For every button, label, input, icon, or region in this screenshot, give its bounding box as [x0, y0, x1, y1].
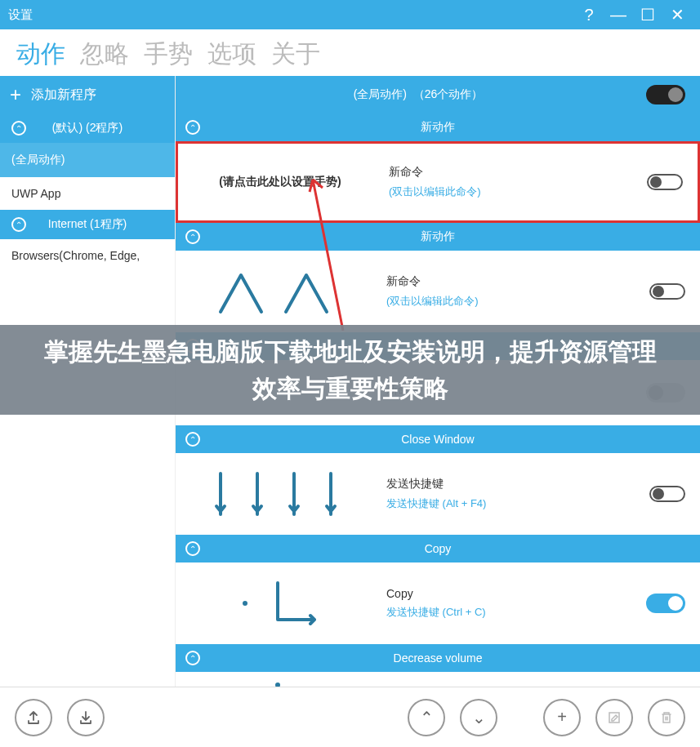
gesture-preview[interactable] — [176, 263, 380, 320]
action-toggle[interactable] — [649, 486, 685, 502]
tab-actions[interactable]: 动作 — [16, 38, 65, 71]
move-up-button[interactable]: ⌃ — [408, 699, 445, 736]
sidebar-item-uwp[interactable]: UWP App — [0, 177, 175, 210]
scope-label: (全局动作) — [354, 87, 407, 100]
action-row[interactable]: 发送快捷键 发送快捷键 (Alt + F4) — [176, 453, 700, 535]
export-button[interactable] — [15, 699, 52, 736]
maximize-icon[interactable]: ☐ — [633, 5, 662, 24]
chevron-up-icon: ⌃ — [185, 229, 200, 244]
action-title: 发送快捷键 — [386, 477, 649, 491]
action-group-label: Decrease volume — [394, 651, 483, 665]
internet-group-header[interactable]: ⌃ Internet (1程序) — [0, 210, 175, 239]
edit-button[interactable] — [595, 699, 633, 736]
chevron-up-icon: ⌃ — [11, 121, 26, 136]
action-row[interactable]: (请点击此处以设置手势) 新命令 (双击以编辑此命令) — [176, 141, 700, 223]
action-row[interactable]: Copy 发送快捷键 (Ctrl + C) — [176, 562, 700, 644]
action-group-label: 新动作 — [421, 229, 455, 244]
action-toggle[interactable] — [647, 174, 683, 190]
move-down-button[interactable]: ⌄ — [460, 699, 497, 736]
internet-group-label: Internet (1程序) — [48, 217, 127, 232]
tab-ignore[interactable]: 忽略 — [80, 38, 129, 71]
action-toggle[interactable] — [649, 283, 685, 300]
action-row[interactable]: 新命令 (双击以编辑此命令) — [176, 251, 700, 332]
action-group-header[interactable]: ⌃Copy — [176, 535, 700, 562]
action-subtitle[interactable]: (双击以编辑此命令) — [386, 294, 649, 309]
chevron-up-icon: ⌃ — [185, 541, 200, 556]
tab-about[interactable]: 关于 — [271, 38, 320, 71]
action-group-header[interactable]: ⌃新动作 — [176, 113, 700, 141]
action-row[interactable] — [176, 672, 700, 687]
add-button[interactable]: + — [543, 699, 581, 736]
overlay-banner: 掌握先生墨急电脑版下载地址及安装说明，提升资源管理效率与重要性策略 — [0, 325, 700, 415]
close-icon[interactable]: ✕ — [662, 5, 692, 24]
svg-point-0 — [243, 601, 247, 606]
add-program-button[interactable]: + 添加新程序 — [0, 76, 175, 113]
chevron-up-icon: ⌃ — [185, 651, 200, 665]
action-group-label: 新动作 — [421, 120, 455, 135]
add-program-label: 添加新程序 — [31, 87, 96, 104]
action-subtitle[interactable]: (双击以编辑此命令) — [389, 185, 647, 199]
tab-gestures[interactable]: 手势 — [144, 38, 193, 71]
action-group-label: Close Window — [401, 433, 474, 446]
default-group-header[interactable]: ⌃ (默认) (2程序) — [0, 113, 175, 143]
gesture-preview[interactable] — [176, 465, 380, 522]
minimize-icon[interactable]: — — [604, 6, 633, 24]
action-group-header[interactable]: ⌃Close Window — [176, 425, 700, 453]
bottom-toolbar: ⌃ ⌄ + — [0, 687, 700, 747]
global-toggle[interactable] — [646, 85, 685, 104]
action-group-header[interactable]: ⌃Decrease volume — [176, 644, 700, 672]
action-toggle[interactable] — [646, 594, 685, 613]
action-title: 新命令 — [386, 274, 649, 289]
help-icon[interactable]: ? — [574, 6, 604, 24]
count-label: （26个动作） — [413, 87, 484, 100]
delete-button[interactable] — [648, 699, 685, 736]
action-group-label: Copy — [425, 542, 452, 555]
action-group-header[interactable]: ⌃新动作 — [176, 223, 700, 251]
gesture-placeholder[interactable]: (请点击此处以设置手势) — [178, 175, 382, 189]
chevron-up-icon: ⌃ — [185, 432, 200, 447]
tab-bar: 动作 忽略 手势 选项 关于 — [0, 29, 700, 76]
default-group-label: (默认) (2程序) — [52, 121, 123, 136]
tab-options[interactable]: 选项 — [207, 38, 256, 71]
chevron-up-icon: ⌃ — [11, 217, 26, 232]
action-subtitle[interactable]: 发送快捷键 (Alt + F4) — [386, 496, 649, 511]
window-title: 设置 — [8, 7, 574, 23]
import-button[interactable] — [67, 699, 105, 736]
plus-icon: + — [10, 85, 21, 104]
chevron-up-icon: ⌃ — [185, 120, 200, 135]
actions-header: (全局动作) （26个动作） — [176, 76, 700, 113]
action-title: 新命令 — [389, 165, 647, 180]
action-subtitle[interactable]: 发送快捷键 (Ctrl + C) — [386, 605, 646, 620]
sidebar-item-browsers[interactable]: Browsers(Chrome, Edge, — [0, 239, 175, 272]
gesture-preview[interactable] — [176, 575, 380, 632]
sidebar-item-global[interactable]: (全局动作) — [0, 143, 175, 177]
action-title: Copy — [386, 587, 646, 600]
gesture-preview[interactable] — [176, 677, 380, 687]
